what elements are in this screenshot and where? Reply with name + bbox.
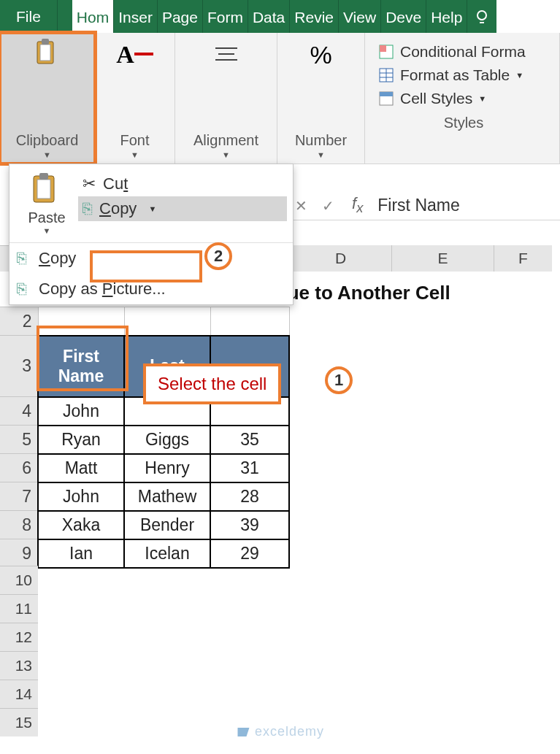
copy-label: Copy (99, 199, 137, 218)
cell[interactable]: Icelan (124, 539, 210, 568)
watermark-logo-icon (236, 725, 250, 739)
tell-me-icon[interactable] (467, 0, 496, 33)
font-label: Font (120, 132, 149, 149)
cell[interactable]: Bender (124, 511, 210, 539)
scissors-icon: ✂ (83, 174, 96, 193)
format-as-table-label: Format as Table (400, 66, 510, 84)
svg-rect-8 (380, 45, 386, 52)
enter-icon[interactable]: ✓ (322, 197, 334, 215)
cut-button[interactable]: ✂ Cut (78, 172, 287, 196)
formula-value[interactable]: First Name (370, 196, 459, 215)
svg-rect-14 (380, 92, 393, 96)
row-header[interactable]: 8 (0, 511, 38, 539)
row-header[interactable]: 12 (0, 623, 38, 651)
header-first-name[interactable]: First Name (38, 336, 124, 397)
col-d-header[interactable]: D (289, 245, 391, 272)
cell[interactable]: 35 (210, 426, 289, 454)
fx-icon[interactable]: fx (345, 194, 370, 216)
group-clipboard[interactable]: Clipboard ▼ (0, 33, 95, 164)
row-header[interactable]: 6 (0, 454, 38, 482)
copy-icon: ⎘ (17, 249, 26, 268)
cell-styles-button[interactable]: Cell Styles ▼ (378, 90, 486, 107)
row-header[interactable]: 7 (0, 482, 38, 511)
picture-icon: ⎘ (17, 280, 26, 299)
tab-data[interactable]: Data (248, 0, 290, 33)
tab-help[interactable]: Help (426, 0, 467, 33)
styles-label: Styles (444, 115, 483, 131)
row-3-header[interactable]: 3 (0, 336, 38, 397)
tab-review[interactable]: Revie (290, 0, 339, 33)
ribbon-body: Clipboard ▼ A Font ▼ Alignment ▼ % Numbe… (0, 33, 560, 164)
caret-icon: ▼ (148, 204, 156, 213)
cell[interactable]: John (38, 482, 124, 511)
col-f-header[interactable]: F (494, 245, 552, 272)
cell[interactable]: Henry (124, 454, 210, 482)
group-alignment[interactable]: Alignment ▼ (175, 33, 277, 164)
row-header[interactable]: 9 (0, 539, 38, 568)
svg-rect-17 (39, 173, 48, 180)
conditional-formatting-button[interactable]: Conditional Forma (378, 43, 526, 61)
formula-bar: ✕ ✓ fx First Name (285, 191, 560, 220)
col-e-header[interactable]: E (391, 245, 494, 272)
clipboard-dropdown: Paste ▼ ✂ Cut ⎘ Copy ▼ ⎘ Copy ⎘ Copy as … (9, 164, 294, 305)
alignment-label: Alignment (193, 132, 258, 149)
tab-page-layout[interactable]: Page (158, 0, 203, 33)
sheet-title-fragment: alue to Another Cell (272, 282, 450, 304)
group-number[interactable]: % Number ▼ (277, 33, 365, 164)
number-caret-icon: ▼ (317, 150, 325, 159)
tab-home[interactable]: Hom (72, 0, 114, 33)
clipboard-label: Clipboard (16, 132, 79, 149)
cell[interactable]: Ryan (38, 426, 124, 454)
cell[interactable]: John (38, 397, 124, 426)
data-table: 2 3 First Name Last 4John 5RyanGiggs35 6… (0, 307, 290, 569)
cell[interactable]: 31 (210, 454, 289, 482)
cell[interactable]: Mathew (124, 482, 210, 511)
group-font[interactable]: A Font ▼ (95, 33, 175, 164)
row-header[interactable]: 5 (0, 426, 38, 454)
row-header[interactable]: 11 (0, 594, 38, 623)
ribbon-tabs: File Hom Inser Page Form Data Revie View… (0, 0, 560, 33)
copy-submenu: ⎘ Copy ⎘ Copy as Picture... (9, 242, 293, 304)
cell[interactable]: Matt (38, 454, 124, 482)
row-header[interactable]: 4 (0, 397, 38, 426)
number-label: Number (295, 132, 347, 149)
cell[interactable]: Xaka (38, 511, 124, 539)
tab-developer[interactable]: Deve (381, 0, 426, 33)
copy-icon: ⎘ (83, 199, 92, 218)
submenu-copy-label: Copy (39, 249, 76, 268)
cell[interactable]: Ian (38, 539, 124, 568)
row-2-header[interactable]: 2 (0, 307, 38, 336)
tab-formulas[interactable]: Form (203, 0, 248, 33)
cell-styles-label: Cell Styles (400, 90, 472, 107)
tab-file[interactable]: File (0, 0, 58, 33)
copy-button[interactable]: ⎘ Copy ▼ (78, 196, 287, 221)
row-header[interactable]: 13 (0, 651, 38, 680)
format-as-table-button[interactable]: Format as Table ▼ (378, 66, 523, 84)
svg-rect-16 (37, 180, 50, 199)
cut-label: Cut (103, 174, 128, 193)
cell[interactable] (210, 307, 289, 336)
caret-icon: ▼ (478, 94, 486, 103)
row-header[interactable]: 15 (0, 708, 38, 736)
submenu-copy[interactable]: ⎘ Copy (9, 243, 293, 274)
tab-insert[interactable]: Inser (114, 0, 158, 33)
cancel-icon[interactable]: ✕ (295, 197, 307, 215)
row-header[interactable]: 14 (0, 680, 38, 708)
cell[interactable]: 28 (210, 482, 289, 511)
clipboard-icon (33, 40, 62, 69)
row-header[interactable]: 10 (0, 566, 38, 594)
cell[interactable]: 39 (210, 511, 289, 539)
group-styles: Conditional Forma Format as Table ▼ Cell… (365, 33, 560, 164)
worksheet-grid: C D E F alue to Another Cell 2 3 First N… (0, 285, 560, 754)
cell[interactable]: Giggs (124, 426, 210, 454)
clipboard-caret-icon: ▼ (43, 150, 51, 159)
submenu-copy-as-picture[interactable]: ⎘ Copy as Picture... (9, 274, 293, 304)
conditional-formatting-label: Conditional Forma (400, 43, 526, 61)
font-icon: A (116, 40, 153, 69)
cell[interactable] (38, 307, 124, 336)
paste-caret-icon: ▼ (43, 226, 51, 235)
paste-button[interactable]: Paste ▼ (15, 169, 78, 238)
cell[interactable] (124, 307, 210, 336)
cell[interactable]: 29 (210, 539, 289, 568)
tab-view[interactable]: View (339, 0, 381, 33)
